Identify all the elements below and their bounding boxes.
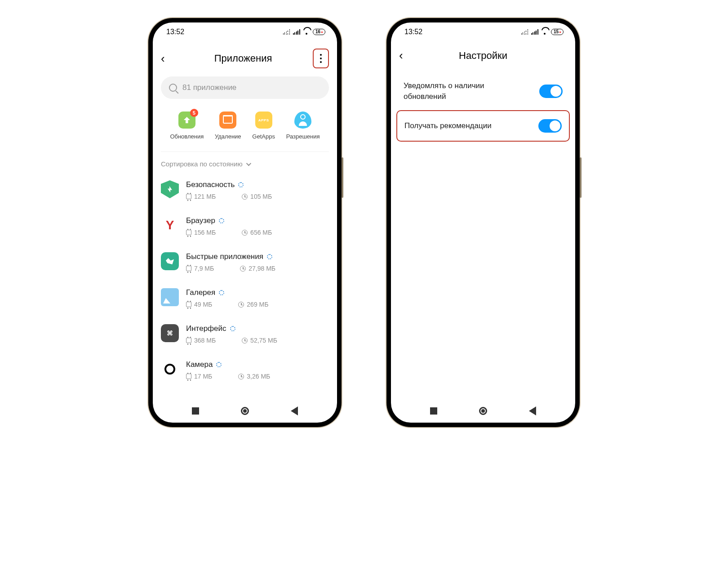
shortcut-label: Обновления (170, 133, 204, 140)
nav-recents-button[interactable] (192, 407, 199, 415)
storage-icon (186, 302, 191, 307)
toggle-switch[interactable] (538, 119, 562, 133)
status-bar: 13:52 15 (391, 22, 575, 41)
signal-icon (531, 29, 538, 35)
app-list: Безопасность 121 МБ 105 МБ Y Браузер 156… (153, 172, 337, 388)
clock-icon (242, 338, 248, 344)
app-storage: 49 МБ (194, 301, 212, 308)
app-usage: 3,26 МБ (247, 373, 270, 380)
app-usage: 656 МБ (250, 229, 272, 236)
search-placeholder: 81 приложение (182, 83, 236, 92)
getapps-icon: APPS (255, 112, 272, 129)
status-indicators: 16 (283, 29, 325, 35)
loading-icon (219, 218, 224, 223)
app-name: Браузер (186, 216, 215, 225)
app-usage: 269 МБ (247, 301, 268, 308)
shortcut-label: Удаление (215, 133, 241, 140)
loading-icon (267, 254, 272, 259)
page-title: Приложения (173, 53, 313, 64)
more-menu-button[interactable] (313, 49, 329, 68)
nav-recents-button[interactable] (430, 407, 437, 415)
storage-icon (186, 266, 191, 271)
clock-icon (238, 374, 244, 379)
setting-notify-updates[interactable]: Уведомлять о наличии обновлений (399, 72, 567, 110)
app-name: Безопасность (186, 180, 235, 189)
battery-indicator: 16 (313, 29, 325, 35)
battery-indicator: 15 (551, 29, 564, 35)
clock-icon (242, 230, 248, 236)
app-header: ‹ Настройки (391, 41, 575, 68)
shortcut-label: Разрешения (286, 133, 320, 140)
list-item[interactable]: Быстрые приложения 7,9 МБ 27,98 МБ (161, 244, 329, 280)
shortcut-delete[interactable]: Удаление (215, 112, 241, 140)
status-indicators: 15 (521, 29, 564, 35)
loading-icon (238, 182, 244, 187)
search-icon (169, 84, 177, 92)
list-item[interactable]: Галерея 49 МБ 269 МБ (161, 280, 329, 316)
phone-right: 13:52 15 ‹ Настройки Уведомлять о наличи… (386, 18, 580, 427)
app-name: Интерфейс (186, 324, 226, 333)
highlight-frame: Получать рекомендации (396, 110, 570, 142)
nav-back-button[interactable] (291, 406, 298, 415)
app-icon-browser: Y (161, 216, 179, 234)
setting-label: Получать рекомендации (404, 120, 492, 131)
loading-icon (216, 362, 222, 367)
app-usage: 52,75 МБ (250, 337, 277, 344)
nav-home-button[interactable] (241, 407, 249, 415)
chevron-down-icon (246, 161, 251, 165)
setting-label: Уведомлять о наличии обновлений (404, 80, 511, 102)
list-item[interactable]: Камера 17 МБ 3,26 МБ (161, 352, 329, 388)
screen-left: 13:52 16 ‹ Приложения 81 приложение 5 (153, 22, 337, 423)
app-icon-quickapps (161, 252, 179, 270)
settings-list: Уведомлять о наличии обновлений Получать… (391, 68, 575, 146)
shortcut-updates[interactable]: 5 Обновления (170, 112, 204, 140)
shortcut-permissions[interactable]: Разрешения (286, 112, 320, 140)
storage-icon (186, 230, 191, 235)
permissions-icon (294, 112, 311, 129)
list-item[interactable]: Безопасность 121 МБ 105 МБ (161, 172, 329, 208)
back-button[interactable]: ‹ (161, 52, 173, 66)
back-button[interactable]: ‹ (399, 49, 412, 62)
phone-left: 13:52 16 ‹ Приложения 81 приложение 5 (148, 18, 342, 427)
app-name: Галерея (186, 288, 215, 297)
app-storage: 368 МБ (194, 337, 216, 344)
setting-recommendations[interactable]: Получать рекомендации (400, 111, 566, 141)
status-time: 13:52 (166, 28, 184, 36)
shortcut-getapps[interactable]: APPS GetApps (252, 112, 275, 140)
wifi-icon (303, 29, 310, 35)
shortcut-label: GetApps (252, 133, 275, 140)
storage-icon (186, 338, 191, 343)
app-usage: 27,98 МБ (249, 265, 275, 272)
signal-icon (293, 29, 300, 35)
loading-icon (230, 326, 235, 331)
signal-secondary-icon (283, 29, 290, 35)
app-name: Камера (186, 360, 213, 369)
page-title: Настройки (412, 50, 555, 62)
status-bar: 13:52 16 (153, 22, 337, 41)
toggle-switch[interactable] (539, 85, 563, 98)
storage-icon (186, 374, 191, 379)
sort-dropdown[interactable]: Сортировка по состоянию (153, 152, 337, 172)
update-icon: 5 (178, 112, 195, 129)
screen-right: 13:52 15 ‹ Настройки Уведомлять о наличи… (391, 22, 575, 423)
app-icon-camera (161, 360, 179, 378)
nav-back-button[interactable] (529, 406, 536, 415)
nav-home-button[interactable] (479, 407, 487, 415)
search-input[interactable]: 81 приложение (161, 76, 329, 99)
storage-icon (186, 194, 191, 199)
app-storage: 156 МБ (194, 229, 216, 236)
app-icon-interface: ⌘ (161, 324, 179, 342)
sort-label: Сортировка по состоянию (161, 160, 243, 168)
app-storage: 17 МБ (194, 373, 212, 380)
app-storage: 7,9 МБ (194, 265, 214, 272)
shortcut-row: 5 Обновления Удаление APPS GetApps Разре… (161, 105, 329, 152)
clock-icon (242, 194, 248, 200)
app-icon-gallery (161, 288, 179, 306)
app-usage: 105 МБ (250, 193, 272, 200)
status-time: 13:52 (404, 28, 422, 36)
android-nav-bar (391, 399, 575, 423)
clock-icon (238, 302, 244, 308)
app-icon-security (161, 180, 179, 198)
list-item[interactable]: ⌘ Интерфейс 368 МБ 52,75 МБ (161, 316, 329, 352)
list-item[interactable]: Y Браузер 156 МБ 656 МБ (161, 208, 329, 244)
